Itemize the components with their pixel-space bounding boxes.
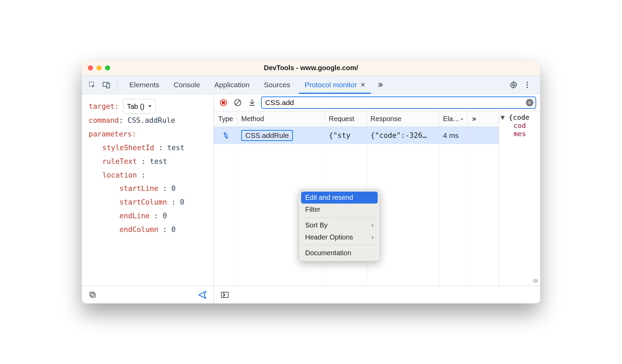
param-endline-key: endLine bbox=[119, 212, 150, 220]
window-title: DevTools - www.google.com/ bbox=[82, 64, 540, 72]
header-response[interactable]: Response bbox=[367, 111, 440, 127]
more-tabs-icon[interactable] bbox=[374, 76, 387, 94]
filter-input[interactable] bbox=[261, 96, 536, 109]
settings-icon[interactable] bbox=[508, 79, 519, 90]
command-editor-footer bbox=[82, 286, 213, 303]
svg-line-12 bbox=[235, 100, 240, 105]
chevron-right-icon: › bbox=[372, 234, 374, 241]
svg-rect-13 bbox=[221, 292, 228, 298]
command-value[interactable]: CSS.addRule bbox=[128, 116, 175, 125]
param-ruletext-key: ruleText bbox=[102, 157, 137, 166]
ctx-sort-by[interactable]: Sort By › bbox=[301, 219, 378, 231]
param-endcolumn-value[interactable]: 0 bbox=[171, 225, 176, 234]
clear-button[interactable] bbox=[232, 97, 243, 108]
svg-rect-7 bbox=[91, 293, 95, 297]
param-startline-key: startLine bbox=[119, 184, 158, 193]
command-key: command bbox=[89, 116, 119, 125]
device-mode-icon[interactable] bbox=[101, 79, 112, 90]
chevron-right-icon: › bbox=[372, 222, 374, 229]
param-ruletext-value[interactable]: test bbox=[150, 157, 167, 166]
protocol-log-panel: ✕ Type Method Request Response Ela… bbox=[214, 94, 540, 303]
command-editor-panel: target: Tab () command: CSS.addRule para… bbox=[82, 94, 214, 303]
table-header: Type Method Request Response Ela… bbox=[214, 111, 499, 127]
svg-point-4 bbox=[527, 82, 528, 83]
tab-console[interactable]: Console bbox=[168, 76, 206, 94]
tab-protocol-monitor[interactable]: Protocol monitor ✕ bbox=[298, 76, 372, 94]
table-row[interactable]: CSS.addRule {"sty {"code":-326… 4 ms bbox=[214, 127, 499, 144]
param-endcolumn-key: endColumn bbox=[119, 225, 158, 234]
maximize-window-button[interactable] bbox=[105, 65, 110, 70]
svg-rect-10 bbox=[222, 101, 225, 104]
param-startline-value[interactable]: 0 bbox=[171, 184, 176, 193]
parameters-key: parameters bbox=[89, 130, 132, 138]
header-elapsed[interactable]: Ela… bbox=[440, 111, 467, 127]
tab-protocol-monitor-label: Protocol monitor bbox=[304, 81, 357, 89]
toggle-drawer-icon[interactable] bbox=[219, 289, 230, 300]
param-startcolumn-key: startColumn bbox=[119, 198, 167, 206]
devtools-window: DevTools - www.google.com/ Elements Cons… bbox=[82, 61, 540, 303]
tabs-container: Elements Console Application Sources Pro… bbox=[123, 76, 387, 94]
param-location-key: location bbox=[102, 171, 137, 179]
details-panel[interactable]: ▼ {code cod mes bbox=[499, 111, 540, 286]
param-startcolumn-value[interactable]: 0 bbox=[180, 198, 184, 206]
svg-point-6 bbox=[527, 87, 528, 88]
target-key: target bbox=[89, 102, 115, 110]
sent-received-icon bbox=[222, 132, 230, 139]
kebab-menu-icon[interactable] bbox=[522, 79, 533, 90]
main-tabs: Elements Console Application Sources Pro… bbox=[82, 76, 540, 94]
expand-toggle-icon[interactable]: ▼ bbox=[501, 113, 505, 121]
target-select[interactable]: Tab () bbox=[123, 99, 156, 114]
minimize-window-button[interactable] bbox=[96, 65, 102, 70]
ctx-edit-resend[interactable]: Edit and resend bbox=[301, 192, 378, 204]
cell-elapsed: 4 ms bbox=[440, 127, 467, 144]
target-select-value: Tab () bbox=[127, 100, 144, 113]
param-stylesheetid-key: styleSheetId bbox=[102, 144, 154, 152]
log-toolbar: ✕ bbox=[214, 94, 540, 111]
param-stylesheetid-value[interactable]: test bbox=[167, 144, 185, 152]
command-editor-body: target: Tab () command: CSS.addRule para… bbox=[82, 94, 213, 286]
details-key-message: mes bbox=[514, 130, 526, 138]
chevron-down-icon bbox=[148, 105, 152, 108]
header-more-columns[interactable] bbox=[467, 111, 481, 127]
log-footer bbox=[214, 286, 540, 303]
copy-icon[interactable] bbox=[87, 289, 98, 300]
window-controls bbox=[82, 65, 110, 70]
send-command-button[interactable] bbox=[197, 289, 208, 300]
separator bbox=[117, 80, 118, 90]
cell-response: {"code":-326… bbox=[367, 127, 440, 144]
save-button[interactable] bbox=[247, 97, 258, 108]
ctx-separator bbox=[302, 217, 376, 218]
header-request[interactable]: Request bbox=[325, 111, 367, 127]
tab-application[interactable]: Application bbox=[208, 76, 256, 94]
svg-point-3 bbox=[513, 84, 515, 86]
ctx-separator bbox=[302, 245, 376, 245]
ctx-documentation[interactable]: Documentation bbox=[301, 247, 378, 259]
details-key-code: cod bbox=[514, 121, 526, 130]
details-root: {code bbox=[509, 113, 529, 121]
titlebar: DevTools - www.google.com/ bbox=[82, 61, 540, 76]
close-window-button[interactable] bbox=[88, 65, 93, 70]
context-menu: Edit and resend Filter Sort By › Header … bbox=[299, 189, 380, 261]
record-button[interactable] bbox=[218, 97, 229, 108]
tab-elements[interactable]: Elements bbox=[123, 76, 166, 94]
cell-type bbox=[214, 127, 238, 144]
header-method[interactable]: Method bbox=[238, 111, 325, 127]
content-area: target: Tab () command: CSS.addRule para… bbox=[82, 94, 540, 303]
ctx-filter[interactable]: Filter bbox=[301, 204, 378, 216]
clear-filter-icon[interactable]: ✕ bbox=[526, 99, 533, 106]
sort-asc-icon bbox=[461, 117, 463, 121]
svg-point-5 bbox=[527, 84, 528, 86]
header-type[interactable]: Type bbox=[214, 111, 238, 127]
inspect-element-icon[interactable] bbox=[87, 79, 98, 90]
param-endline-value[interactable]: 0 bbox=[163, 212, 167, 220]
cell-method: CSS.addRule bbox=[238, 127, 325, 144]
ctx-header-options[interactable]: Header Options › bbox=[301, 231, 378, 243]
cell-request: {"sty bbox=[325, 127, 367, 144]
svg-rect-8 bbox=[90, 292, 94, 296]
close-tab-icon[interactable]: ✕ bbox=[360, 81, 365, 89]
svg-rect-2 bbox=[107, 83, 109, 88]
horizontal-scrollbar[interactable] bbox=[499, 279, 538, 283]
tab-sources[interactable]: Sources bbox=[258, 76, 296, 94]
